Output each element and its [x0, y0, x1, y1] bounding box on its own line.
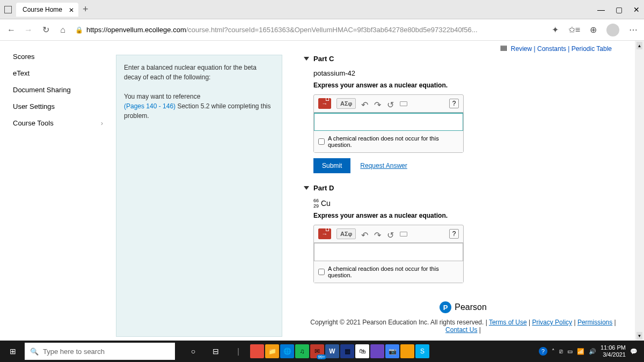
redo-icon[interactable]: ↷ — [374, 100, 382, 107]
sidebar-item-scores[interactable]: Scores — [0, 48, 116, 65]
barcode-icon — [501, 46, 507, 51]
part-d: Part D 66 29 Cu Express your answer as a… — [304, 184, 623, 283]
file-explorer-icon[interactable]: 📁 — [265, 344, 279, 358]
help-icon[interactable]: ? — [449, 229, 459, 239]
spotify-icon[interactable]: ♫ — [295, 344, 309, 358]
pearson-p-icon: P — [440, 301, 451, 313]
no-reaction-checkbox-d[interactable] — [318, 269, 325, 275]
privacy-link[interactable]: Privacy Policy — [532, 319, 572, 326]
reset-icon[interactable]: ↺ — [387, 100, 394, 107]
top-links: Review | Constants | Periodic Table — [116, 41, 623, 55]
cortana-icon[interactable]: ○ — [182, 341, 204, 362]
close-window-icon[interactable]: ✕ — [633, 5, 640, 14]
footer: P Pearson Copyright © 2021 Pearson Educa… — [304, 294, 623, 337]
help-tray-icon[interactable]: ? — [539, 347, 547, 356]
favorites-icon[interactable]: ✩≡ — [568, 25, 580, 35]
redo-icon[interactable]: ↷ — [374, 230, 382, 238]
undo-icon[interactable]: ↶ — [361, 100, 369, 107]
start-button[interactable]: ⊞ — [2, 341, 24, 362]
word-icon[interactable]: W — [325, 344, 339, 358]
isotope-label: 66 29 Cu — [313, 199, 331, 208]
tab-title: Course Home — [23, 6, 62, 13]
answer-box-d: → ΑΣφ ↶ ↷ ↺ ? A chemical — [313, 225, 464, 283]
tray-chevron-icon[interactable]: ˄ — [552, 348, 555, 355]
undo-icon[interactable]: ↶ — [361, 230, 369, 238]
task-app-1[interactable] — [250, 344, 264, 358]
main-panel: Review | Constants | Periodic Table Ente… — [116, 41, 644, 341]
taskbar: ⊞ 🔍 Type here to search ○ ⊟ | 📁 🌐 ♫ ✉99+… — [0, 341, 644, 362]
skype-icon[interactable]: S — [415, 344, 429, 358]
wifi-icon[interactable]: 📶 — [577, 348, 584, 355]
answer-box-c: → ΑΣφ ↶ ↷ ↺ ? A chemical — [313, 94, 464, 153]
instruction-box: Enter a balanced nuclear equation for th… — [116, 55, 282, 337]
reset-icon[interactable]: ↺ — [387, 230, 394, 238]
maximize-icon[interactable]: ▢ — [616, 5, 623, 14]
taskbar-search[interactable]: 🔍 Type here to search — [25, 343, 175, 360]
submit-button-c[interactable]: Submit — [313, 158, 350, 173]
home-button[interactable]: ⌂ — [58, 25, 68, 35]
keyboard-icon[interactable] — [400, 101, 407, 106]
edge-icon[interactable]: 🌐 — [280, 344, 294, 358]
scrollbar[interactable]: ▲ ▼ — [635, 41, 644, 341]
sidebar-item-docsharing[interactable]: Document Sharing — [0, 82, 116, 98]
refresh-button[interactable]: ↻ — [41, 25, 50, 35]
task-app-2[interactable]: ▦ — [340, 344, 354, 358]
lock-icon: 🔒 — [75, 26, 83, 34]
taskview-icon[interactable]: ⊟ — [205, 341, 226, 362]
sidebar: Scores eText Document Sharing User Setti… — [0, 41, 116, 341]
store-icon[interactable]: 🛍 — [355, 344, 369, 358]
permissions-link[interactable]: Permissions — [577, 319, 612, 326]
task-app-4[interactable] — [400, 344, 414, 358]
tab-favicon — [4, 6, 12, 13]
search-icon: 🔍 — [30, 348, 39, 356]
forward-button[interactable]: → — [24, 25, 33, 35]
chevron-right-icon: › — [101, 119, 103, 127]
help-icon[interactable]: ? — [449, 99, 459, 108]
minimize-icon[interactable]: — — [597, 5, 605, 14]
review-link[interactable]: Review — [511, 45, 532, 53]
terms-link[interactable]: Terms of Use — [489, 319, 527, 326]
address-bar[interactable]: 🔒 https://openvellum.ecollege.com/course… — [75, 26, 544, 34]
request-answer-link-c[interactable]: Request Answer — [360, 162, 407, 169]
no-reaction-checkbox-c[interactable] — [318, 138, 325, 145]
camera-icon[interactable]: 📷 — [385, 344, 399, 358]
keyboard-icon[interactable] — [400, 232, 407, 237]
screen-icon[interactable]: ⎚ — [559, 348, 563, 354]
close-tab-icon[interactable]: ✕ — [69, 6, 74, 14]
answer-input-d[interactable] — [314, 243, 463, 261]
menu-icon[interactable]: ⋯ — [629, 25, 638, 35]
scroll-down-icon[interactable]: ▼ — [636, 332, 642, 339]
constants-link[interactable]: Constants — [537, 45, 566, 53]
browser-tab[interactable]: Course Home ✕ — [16, 3, 78, 17]
divider: | — [228, 341, 249, 362]
notifications-icon[interactable]: 💬 — [630, 348, 638, 355]
periodic-link[interactable]: Periodic Table — [572, 45, 612, 53]
sidebar-item-etext[interactable]: eText — [0, 65, 116, 82]
task-app-3[interactable] — [370, 344, 384, 358]
collapse-icon[interactable] — [304, 186, 309, 190]
collapse-icon[interactable] — [304, 57, 309, 61]
pearson-logo: P Pearson — [440, 301, 487, 313]
mail-icon[interactable]: ✉99+ — [310, 344, 324, 358]
formula-tool[interactable]: → — [318, 228, 331, 239]
part-c: Part C potassium-42 Express your answer … — [304, 55, 623, 173]
profile-avatar[interactable] — [606, 24, 619, 36]
answer-input-c[interactable] — [314, 113, 463, 131]
greek-tool[interactable]: ΑΣφ — [336, 228, 356, 239]
sidebar-item-usersettings[interactable]: User Settings — [0, 98, 116, 115]
scroll-up-icon[interactable]: ▲ — [636, 42, 642, 49]
new-tab-button[interactable]: + — [83, 4, 89, 15]
battery-icon[interactable]: ▭ — [567, 348, 573, 355]
page-ref-link[interactable]: (Pages 140 - 146) — [124, 102, 175, 110]
formula-tool[interactable]: → — [318, 98, 331, 109]
greek-tool[interactable]: ΑΣφ — [336, 98, 356, 109]
sidebar-item-coursetools[interactable]: Course Tools › — [0, 115, 116, 131]
collections-icon[interactable]: ⊕ — [590, 25, 597, 35]
tray-clock[interactable]: 11:06 PM 3/4/2021 — [601, 344, 626, 358]
back-button[interactable]: ← — [6, 25, 16, 35]
volume-icon[interactable]: 🔊 — [589, 348, 596, 355]
contact-link[interactable]: Contact Us — [445, 326, 477, 334]
tracking-icon[interactable]: ✦ — [552, 25, 559, 35]
